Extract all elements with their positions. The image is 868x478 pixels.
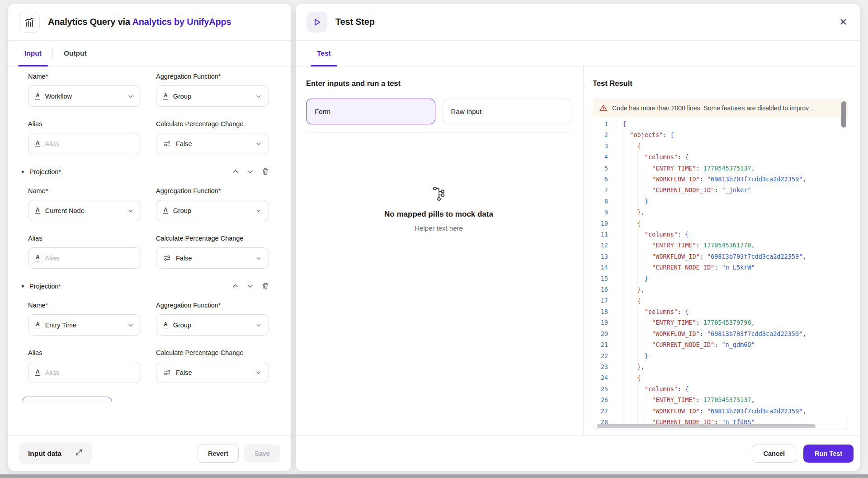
code-line: 2 "objects": [: [593, 129, 848, 140]
calculate-percentage-select[interactable]: False: [156, 247, 269, 269]
field-label: Alias: [28, 235, 141, 242]
toggle-slider-icon: [163, 254, 171, 262]
test-step-panel: Test Step ✕ Test Enter inputs and run a …: [296, 4, 860, 471]
projection-group: ▼ Projection* Name* A Entry Time Aggrega…: [28, 282, 269, 383]
aggregation-select[interactable]: A Group: [156, 314, 269, 336]
code-line: 3 {: [593, 141, 848, 151]
tab-input[interactable]: Input: [18, 41, 48, 66]
aggregation-select[interactable]: A Group: [156, 85, 269, 107]
connector-link: Analytics by UnifyApps: [132, 17, 231, 27]
name-select[interactable]: A Workflow: [28, 85, 141, 107]
projection-group: ▼ Projection* Name* A Current Node Aggre…: [28, 168, 269, 269]
collapse-triangle-icon[interactable]: ▼: [20, 169, 25, 175]
result-section-heading: Test Result: [593, 79, 848, 88]
input-section-heading: Enter inputs and run a test: [306, 79, 571, 88]
test-result-column: Test Result Code has more than 2000 line…: [584, 66, 860, 435]
calculate-percentage-field: Calculate Percentage Change False: [156, 235, 269, 269]
dialog-title: Test Step: [335, 17, 375, 27]
aggregation-select[interactable]: A Group: [156, 200, 269, 221]
text-type-icon: A: [35, 140, 40, 147]
aggregation-field: Aggregation Function* A Group: [156, 73, 269, 107]
add-projection-button-cutoff[interactable]: [22, 397, 112, 403]
input-data-button[interactable]: Input data: [19, 442, 92, 464]
chevron-down-icon: [255, 93, 262, 99]
code-line: 9 },: [593, 207, 848, 218]
alias-input[interactable]: A Alias: [28, 247, 141, 269]
code-line: 14 "CURRENT_NODE_ID": "n_L5krW": [593, 262, 848, 273]
run-test-button[interactable]: Run Test: [803, 445, 854, 463]
field-label: Name*: [28, 187, 141, 194]
projection-header: ▼ Projection*: [20, 282, 269, 290]
projection-title: Projection*: [29, 283, 61, 290]
calculate-percentage-field: Calculate Percentage Change False: [156, 349, 269, 383]
code-line: 12 "ENTRY_TIME": 1770545361770,: [593, 240, 848, 251]
calculate-percentage-field: Calculate Percentage Change False: [156, 120, 269, 154]
field-label: Alias: [28, 349, 141, 356]
code-line: 13 "WORKFLOW_ID": "69813b703f7cdd3ca2d22…: [593, 251, 848, 262]
name-select[interactable]: A Entry Time: [28, 314, 141, 336]
tab-output[interactable]: Output: [57, 41, 93, 66]
code-line: 1{: [593, 118, 848, 129]
delete-icon[interactable]: [262, 168, 269, 175]
close-icon[interactable]: ✕: [837, 15, 849, 28]
code-line: 8 }: [593, 196, 848, 207]
text-type-icon: A: [35, 207, 40, 214]
delete-icon[interactable]: [262, 282, 269, 290]
code-line: 27 "WORKFLOW_ID": "69813b703f7cdd3ca2d22…: [593, 406, 848, 416]
code-line: 25 "columns": {: [593, 383, 848, 394]
field-label: Aggregation Function*: [156, 302, 269, 309]
text-type-icon: A: [163, 93, 168, 99]
code-line: 20 "WORKFLOW_ID": "69813b703f7cdd3ca2d22…: [593, 328, 848, 339]
vertical-scrollbar[interactable]: [841, 101, 846, 128]
alias-input[interactable]: A Alias: [28, 362, 141, 383]
right-tabbar: Test: [296, 41, 860, 66]
save-button[interactable]: Save: [244, 445, 280, 463]
chevron-down-icon: [255, 255, 262, 261]
divider: [306, 133, 571, 133]
name-field: Name* A Workflow: [28, 73, 141, 107]
code-line: 5 "ENTRY_TIME": 1770545375137,: [593, 163, 848, 174]
code-line: 15 }: [593, 273, 848, 284]
field-label: Name*: [28, 73, 141, 80]
collapse-triangle-icon[interactable]: ▼: [20, 284, 25, 289]
revert-button[interactable]: Revert: [198, 445, 239, 463]
code-line: 24 {: [593, 372, 848, 383]
aggregation-field: Aggregation Function* A Group: [156, 187, 269, 221]
name-select[interactable]: A Current Node: [28, 200, 141, 221]
text-type-icon: A: [35, 369, 40, 376]
chevron-down-icon: [127, 93, 134, 99]
alias-field: Alias A Alias: [28, 235, 141, 269]
form-mode-button[interactable]: Form: [306, 99, 435, 124]
aggregation-field: Aggregation Function* A Group: [156, 302, 269, 336]
field-label: Calculate Percentage Change: [156, 235, 246, 242]
code-line: 10 {: [593, 218, 848, 229]
move-down-icon[interactable]: [247, 283, 254, 289]
right-panel-header: Test Step ✕: [296, 4, 860, 41]
cancel-button[interactable]: Cancel: [752, 445, 796, 463]
alias-input[interactable]: A Alias: [28, 133, 141, 154]
code-line: 19 "ENTRY_TIME": 1770545379796,: [593, 317, 848, 328]
expand-icon[interactable]: [75, 449, 83, 458]
mapping-tree-icon: [431, 185, 447, 202]
text-type-icon: A: [35, 322, 40, 328]
move-up-icon[interactable]: [232, 283, 239, 289]
calculate-percentage-select[interactable]: False: [156, 133, 269, 154]
raw-input-mode-button[interactable]: Raw Input: [443, 99, 572, 124]
code-line: 16 },: [593, 284, 848, 295]
calculate-percentage-select[interactable]: False: [156, 362, 269, 383]
move-down-icon[interactable]: [247, 168, 254, 175]
field-label: Aggregation Function*: [156, 187, 269, 194]
projection-form: Name* A Workflow Aggregation Function* A…: [8, 66, 291, 435]
move-up-icon[interactable]: [232, 168, 239, 175]
field-label: Aggregation Function*: [156, 73, 269, 80]
horizontal-scrollbar[interactable]: [597, 424, 816, 428]
right-footer: Cancel Run Test: [296, 435, 860, 471]
tab-test[interactable]: Test: [311, 41, 337, 66]
empty-state-helper: Helper text here: [415, 224, 463, 232]
toggle-slider-icon: [163, 369, 171, 376]
left-tabbar: Input Output: [8, 41, 291, 66]
code-line: 11 "columns": {: [593, 229, 848, 240]
empty-state: No mapped pills to mock data Helper text…: [306, 185, 571, 232]
left-footer: Input data Revert Save: [8, 435, 291, 471]
warning-text: Code has more than 2000 lines. Some feat…: [612, 104, 815, 112]
